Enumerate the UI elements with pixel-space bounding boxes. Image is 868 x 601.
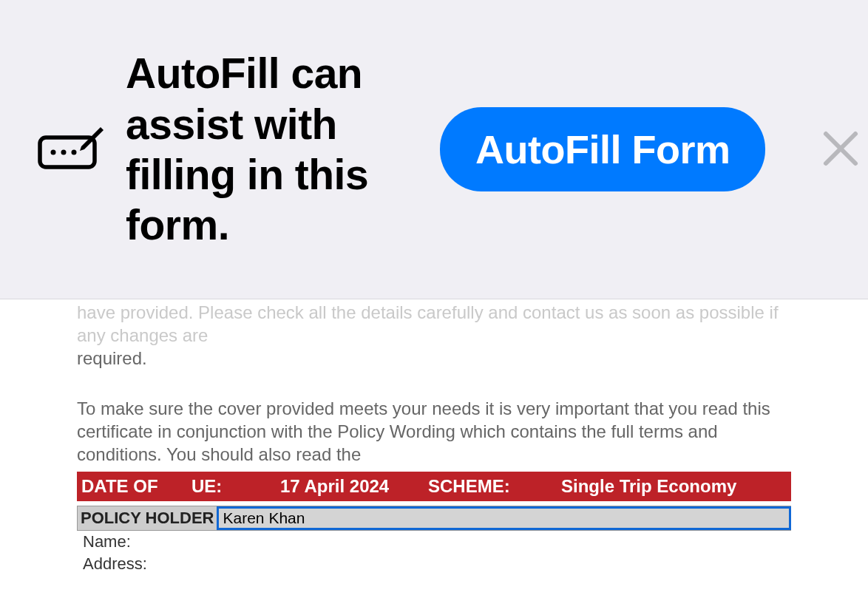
date-of-issue-label-part1: DATE OF bbox=[81, 476, 158, 496]
form-section: POLICY HOLDER Name: Address: PREMIUM Pre… bbox=[77, 506, 791, 601]
name-label: Name: bbox=[77, 531, 791, 553]
autofill-banner: AutoFill can assist with filling in this… bbox=[0, 0, 868, 299]
svg-point-1 bbox=[51, 150, 56, 155]
policy-holder-input[interactable] bbox=[217, 506, 791, 530]
autofill-form-button[interactable]: AutoFill Form bbox=[440, 107, 765, 191]
svg-point-3 bbox=[72, 150, 77, 155]
doc-paragraph-2: To make sure the cover provided meets yo… bbox=[0, 397, 868, 466]
scheme-value: Single Trip Economy bbox=[561, 476, 791, 497]
close-button[interactable] bbox=[817, 125, 864, 174]
policy-holder-label: POLICY HOLDER bbox=[78, 506, 217, 530]
close-icon bbox=[817, 125, 864, 172]
policy-holder-row: POLICY HOLDER bbox=[77, 506, 791, 531]
form-edit-icon bbox=[37, 126, 104, 173]
scheme-label: SCHEME: bbox=[428, 476, 561, 497]
svg-point-2 bbox=[61, 150, 67, 155]
date-of-issue-label-part2: UE: bbox=[191, 476, 222, 496]
document-viewport[interactable]: have provided. Please check all the deta… bbox=[0, 299, 868, 601]
date-of-issue-value: 17 April 2024 bbox=[280, 476, 428, 497]
autofill-message: AutoFill can assist with filling in this… bbox=[126, 48, 418, 251]
doc-paragraph-cutoff: have provided. Please check all the deta… bbox=[0, 299, 868, 370]
policy-header-bar: DATE OF ISSUE: 17 April 2024 SCHEME: Sin… bbox=[77, 472, 791, 501]
address-label: Address: bbox=[77, 553, 791, 575]
